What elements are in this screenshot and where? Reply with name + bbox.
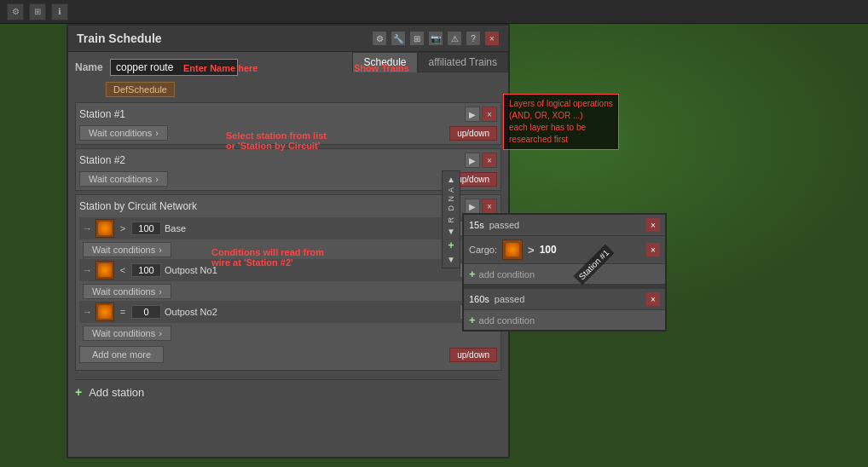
map-icon[interactable]: ⊞ bbox=[29, 3, 46, 20]
game-topbar: ⚙ ⊞ ℹ bbox=[0, 0, 868, 24]
entry-2-wait-chevron: › bbox=[159, 286, 162, 297]
window-controls: ⚙ 🔧 ⊞ 📷 ⚠ ? × bbox=[372, 31, 500, 46]
andor-label-a: A bbox=[447, 187, 455, 193]
close-button[interactable]: × bbox=[484, 31, 500, 46]
add-one-more-button[interactable]: Add one more bbox=[79, 346, 164, 363]
entry-1-name: Base bbox=[165, 223, 456, 234]
andor-label-d: D bbox=[447, 205, 455, 211]
circuit-entry-2: → < Outpost No1 ▶ × bbox=[79, 259, 497, 281]
station-circuit-card: Station by Circuit Network ▶ × → > Base bbox=[75, 194, 501, 371]
tab-schedule[interactable]: Schedule bbox=[352, 52, 417, 72]
cond-row-160s: 160s passed × bbox=[464, 289, 665, 310]
add-condition-2-row[interactable]: + add condition bbox=[464, 310, 665, 330]
copper-ore-icon-3 bbox=[98, 305, 112, 319]
station-1-wait-row: Wait conditions › up/down bbox=[79, 125, 497, 141]
station-1-header: Station #1 ▶ × bbox=[79, 107, 497, 122]
add-condition-1-row[interactable]: + add condition bbox=[464, 264, 665, 284]
cargo-label: Cargo: bbox=[469, 245, 497, 255]
andor-label-n: N bbox=[447, 196, 455, 202]
name-input[interactable] bbox=[110, 59, 238, 76]
entry-2-wait-btn[interactable]: Wait conditions › bbox=[83, 284, 171, 299]
andor-plus-btn[interactable]: + bbox=[448, 239, 454, 251]
cond-15s-close-btn[interactable]: × bbox=[646, 218, 660, 232]
cargo-gt-symbol: > bbox=[528, 244, 535, 257]
camera-button[interactable]: 📷 bbox=[428, 31, 443, 46]
cond-row-15s: 15s passed × bbox=[464, 215, 665, 236]
entry-1-val[interactable] bbox=[131, 222, 161, 235]
entry-1-wait-chevron: › bbox=[159, 245, 162, 255]
entry-3-wait-chevron: › bbox=[159, 328, 162, 338]
station-1-wait-btn[interactable]: Wait conditions › bbox=[79, 125, 168, 141]
andor-down-btn-2[interactable]: ▼ bbox=[447, 255, 455, 264]
grid-button[interactable]: ⊞ bbox=[409, 31, 425, 46]
entry-2-wait-label: Wait conditions bbox=[92, 286, 155, 297]
cond-160s-value: 160s bbox=[469, 294, 489, 304]
andor-panel: ▲ A N D R ▼ + ▼ bbox=[442, 170, 460, 268]
station-1-arrow-btn[interactable]: ▶ bbox=[465, 107, 480, 122]
def-schedule-button[interactable]: DefSchedule bbox=[106, 82, 175, 97]
entry-2-name: Outpost No1 bbox=[165, 265, 456, 275]
wrench-button[interactable]: 🔧 bbox=[391, 31, 406, 46]
station-1-updown-btn[interactable]: up/down bbox=[449, 126, 497, 141]
station-1-wait-chevron: › bbox=[155, 128, 159, 138]
station-circuit-buttons: ▶ × bbox=[465, 199, 497, 214]
window-title: Train Schedule bbox=[77, 32, 162, 45]
cargo-close-btn[interactable]: × bbox=[646, 243, 660, 257]
cond-160s-close-btn[interactable]: × bbox=[646, 292, 660, 306]
station-2-delete-btn[interactable]: × bbox=[482, 153, 497, 168]
entry-3-op: = bbox=[118, 307, 128, 317]
station-circuit-name: Station by Circuit Network bbox=[79, 200, 197, 212]
station-circuit-arrow-btn[interactable]: ▶ bbox=[465, 199, 480, 214]
add-condition-2-label: add condition bbox=[479, 315, 535, 326]
entry-2-arrow-icon: → bbox=[83, 265, 92, 275]
alert-button[interactable]: ⚠ bbox=[447, 31, 462, 46]
entry-3-val[interactable] bbox=[131, 305, 161, 319]
settings-button[interactable]: ⚙ bbox=[372, 31, 387, 46]
entry-1-arrow-icon: → bbox=[83, 223, 92, 234]
station-2-name: Station #2 bbox=[79, 154, 125, 166]
station-1-card: Station #1 ▶ × Wait conditions › up/down bbox=[75, 102, 501, 145]
add-station-label[interactable]: Add station bbox=[89, 386, 144, 399]
station-2-wait-btn[interactable]: Wait conditions › bbox=[79, 171, 168, 187]
andor-down-arrow[interactable]: ▼ bbox=[447, 227, 455, 236]
entry-3-wait-btn[interactable]: Wait conditions › bbox=[83, 326, 171, 341]
station-2-wait-row: Wait conditions › up/down bbox=[79, 171, 497, 187]
entry-3-item-icon bbox=[95, 303, 114, 321]
copper-ore-icon-2 bbox=[98, 263, 112, 277]
station-2-wait-chevron: › bbox=[155, 174, 159, 184]
add-cond-1-plus-icon: + bbox=[469, 268, 476, 280]
conditions-popup: 15s passed × Cargo: > 100 × + add condit… bbox=[462, 213, 667, 332]
circuit-entry-1: → > Base ▶ × bbox=[79, 217, 497, 239]
add-condition-1-label: add condition bbox=[479, 269, 535, 280]
stations-area: Station #1 ▶ × Wait conditions › up/down bbox=[75, 102, 501, 374]
cond-15s-status: passed bbox=[489, 220, 519, 230]
entry-1-wait-btn[interactable]: Wait conditions › bbox=[83, 242, 171, 257]
station-circuit-header: Station by Circuit Network ▶ × bbox=[79, 199, 497, 214]
name-label: Name bbox=[75, 61, 105, 73]
info-icon[interactable]: ℹ bbox=[51, 3, 68, 20]
station-1-delete-btn[interactable]: × bbox=[482, 107, 497, 122]
circuit-updown-btn[interactable]: up/down bbox=[449, 348, 497, 362]
window-titlebar: Train Schedule ⚙ 🔧 ⊞ 📷 ⚠ ? × bbox=[68, 26, 508, 52]
station-2-buttons: ▶ × bbox=[465, 153, 497, 168]
copper-ore-icon bbox=[98, 222, 112, 235]
station-circuit-delete-btn[interactable]: × bbox=[482, 199, 497, 214]
tab-affiliated-trains[interactable]: affiliated Trains bbox=[418, 52, 509, 72]
help-button[interactable]: ? bbox=[466, 31, 481, 46]
tabs-row: Schedule affiliated Trains bbox=[352, 52, 508, 72]
station-2-arrow-btn[interactable]: ▶ bbox=[465, 153, 480, 168]
entry-3-name: Outpost No2 bbox=[165, 307, 456, 317]
settings-icon[interactable]: ⚙ bbox=[7, 3, 24, 20]
station-1-wait-label: Wait conditions bbox=[89, 128, 152, 138]
entry-3-wait-label: Wait conditions bbox=[92, 328, 155, 338]
cond-15s-value: 15s bbox=[469, 220, 484, 230]
andor-up-arrow[interactable]: ▲ bbox=[447, 175, 455, 184]
station-2-header: Station #2 ▶ × bbox=[79, 153, 497, 168]
circuit-entry-3: → = Outpost No2 ▶ × bbox=[79, 301, 497, 323]
andor-label-or: R bbox=[447, 217, 455, 223]
cond-cargo-row: Cargo: > 100 × bbox=[464, 236, 665, 264]
entry-2-val[interactable] bbox=[131, 263, 161, 277]
add-station-plus-icon: + bbox=[75, 385, 82, 399]
station-2-wait-label: Wait conditions bbox=[89, 174, 152, 184]
cargo-copper-icon bbox=[506, 243, 519, 257]
